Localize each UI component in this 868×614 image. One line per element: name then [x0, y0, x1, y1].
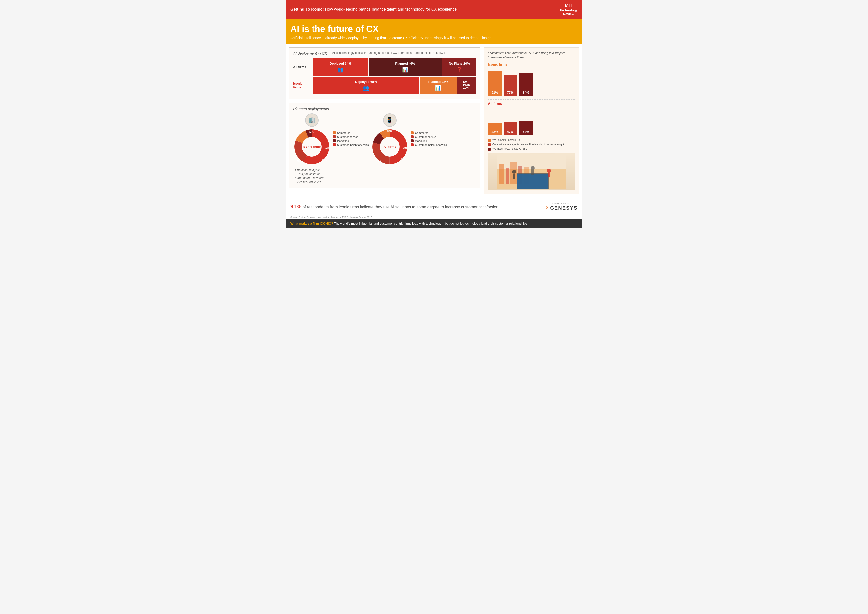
all-deployed-bar: Deployed 34% 👥: [313, 58, 368, 76]
iconic-planned-label: Planned 22%: [428, 80, 448, 84]
legend-dot-2: [488, 143, 491, 146]
quote-percent: 91%: [290, 203, 301, 209]
marketing-label: Marketing: [337, 140, 349, 142]
tablet-icon: 📱: [383, 113, 397, 127]
legend-customer-service-2: Customer service: [411, 135, 446, 138]
quote-rest: of respondents from Iconic firms indicat…: [302, 205, 499, 209]
commerce-dot: [333, 132, 336, 134]
all-pct-2: 47%: [507, 130, 514, 133]
illustration-svg: [497, 154, 566, 189]
chart-icon-2: 📊: [435, 85, 441, 91]
ai-deployment-card: AI deployment in CX AI is increasingly c…: [289, 47, 480, 99]
iconic-pct-3: 84%: [523, 91, 529, 94]
iconic-firms-bars: Deployed 68% 👥 Planned 22% 📊 NoPlans10%: [313, 77, 476, 94]
insight-dot-2: [411, 143, 414, 146]
pct-29: 29%: [403, 147, 408, 149]
pct-58: 58%: [309, 131, 314, 133]
iconic-planned-bar: Planned 22% 📊: [420, 77, 457, 94]
customer-service-label-2: Customer service: [415, 135, 436, 138]
all-bar-chart: 42% 47% 53%: [488, 108, 575, 135]
svg-point-22: [531, 166, 535, 170]
header-title-bold: Getting To Iconic:: [290, 7, 324, 11]
iconic-deployed-label: Deployed 68%: [355, 80, 377, 84]
ai-deployment-title: AI deployment in CX: [293, 51, 327, 56]
genesys-logo: ⚬ GENESYS: [544, 205, 578, 211]
iconic-firms-label: Iconic firms: [293, 77, 313, 94]
iconic-pct-2: 77%: [507, 91, 514, 94]
question-icon: ❓: [456, 67, 462, 73]
illustration: [488, 153, 575, 190]
iconic-bar-1: 91%: [488, 71, 502, 96]
all-firms-section-title: All firms: [488, 102, 575, 106]
ai-deployment-header: AI deployment in CX AI is increasingly c…: [293, 51, 476, 56]
marketing-dot-2: [411, 140, 414, 142]
pct-6: 6%: [297, 160, 301, 163]
legend-insight: Customer insight analytics: [333, 143, 369, 146]
source-text: Source: Getting To Iconic survey and bri…: [285, 215, 583, 219]
all-firms-label: All firms: [293, 58, 313, 76]
chart-icon: 📊: [402, 67, 408, 73]
left-column: AI deployment in CX AI is increasingly c…: [289, 47, 480, 194]
predictive-text: Predictive analytics—not just channel au…: [293, 168, 326, 185]
svg-rect-11: [505, 168, 509, 184]
donut-legend-2: Commerce Customer service Marketing Cust…: [411, 132, 446, 147]
mit-text: MIT: [560, 3, 578, 8]
header-title: Getting To Iconic: How world-leading bra…: [290, 7, 457, 12]
pct-13: 13%: [322, 159, 327, 161]
legend-commerce-2: Commerce: [411, 132, 446, 134]
bottom-text: The world's most influential and custome…: [334, 222, 527, 225]
all-bar-2: 47%: [504, 122, 517, 135]
iconic-noplans-label: NoPlans10%: [463, 80, 470, 89]
all-firms-row: All firms Deployed 34% 👥 Planned 46% 📊 N…: [293, 58, 476, 76]
all-donut: All firms 50% 29% 11% 10%: [371, 128, 408, 165]
all-noplans-label: No Plans 20%: [449, 62, 470, 65]
pct-50: 50%: [387, 130, 392, 133]
iconic-bar-1-fill: 91%: [488, 71, 502, 96]
svg-rect-16: [518, 174, 548, 189]
footer-quote: 91% of respondents from Iconic firms ind…: [285, 198, 583, 215]
commerce-dot-2: [411, 132, 414, 134]
insight-dot: [333, 143, 336, 146]
svg-rect-10: [499, 164, 504, 184]
header: Getting To Iconic: How world-leading bra…: [285, 0, 583, 19]
iconic-donut: Iconic firms 58% 23% 13% 6%: [293, 128, 330, 165]
customer-service-label: Customer service: [337, 135, 358, 138]
iconic-donut-group: 🏢 Iconic firms: [293, 113, 330, 165]
planned-title: Planned deployments: [293, 107, 476, 111]
hero-subheading: Artificial intelligence is already widel…: [290, 36, 578, 40]
all-label-text: All firms: [383, 145, 396, 149]
legend-text-2: Our cust. service agents use machine lea…: [492, 143, 564, 146]
all-pct-3: 53%: [523, 130, 529, 133]
all-pct-1: 42%: [491, 130, 498, 133]
all-bar-3-fill: 53%: [519, 121, 533, 135]
iconic-bar-chart: 91% 77% 84%: [488, 68, 575, 96]
all-planned-label: Planned 46%: [395, 62, 415, 65]
ai-deployment-subtitle: AI is increasingly critical in running s…: [332, 51, 476, 55]
svg-point-20: [547, 169, 551, 172]
commerce-label: Commerce: [337, 132, 350, 134]
pct-23: 23%: [325, 147, 330, 149]
pct-11: 11%: [376, 160, 381, 162]
all-bar-3: 53%: [519, 121, 533, 135]
partner-name: GENESYS: [550, 205, 578, 211]
all-donut-group: 📱 All firms 50% 29%: [371, 113, 408, 165]
genesys-box: In association with ⚬ GENESYS: [544, 202, 578, 211]
iconic-donut-label: Iconic firms: [303, 145, 321, 149]
iconic-bar-3: 84%: [519, 73, 533, 96]
legend-marketing: Marketing: [333, 140, 369, 142]
all-deployed-label: Deployed 34%: [330, 62, 351, 65]
donut-pair: 🏢 Iconic firms: [293, 113, 476, 185]
iconic-bar-2-fill: 77%: [504, 75, 517, 96]
association-text: In association with: [544, 202, 578, 205]
legend-insight-2: Customer insight analytics: [411, 143, 446, 146]
technology-text: Technology: [560, 8, 578, 12]
chart-legend-1: We use AI to improve CX: [488, 139, 575, 142]
legend-commerce: Commerce: [333, 132, 369, 134]
all-bar-1: 42%: [488, 124, 502, 135]
hero-heading: AI is the future of CX: [290, 24, 578, 34]
customer-service-dot-2: [411, 135, 414, 138]
chart-legend-3: We invest in CX-related AI R&D: [488, 147, 575, 151]
svg-rect-21: [547, 172, 550, 177]
all-firms-bars: Deployed 34% 👥 Planned 46% 📊 No Plans 20…: [313, 58, 476, 76]
all-planned-bar: Planned 46% 📊: [369, 58, 442, 76]
